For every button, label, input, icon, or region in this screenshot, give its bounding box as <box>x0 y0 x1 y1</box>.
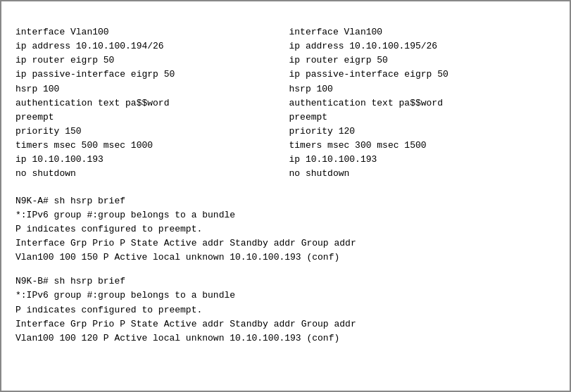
hsrp-a-line2: P indicates configured to preempt. <box>15 222 556 236</box>
main-window: N9K-A N9K-B interface Vlan100 ip address… <box>0 0 571 392</box>
hsrp-a-line1: *:IPv6 group #:group belongs to a bundle <box>15 208 556 222</box>
right-config-block: interface Vlan100 ip address 10.10.100.1… <box>289 25 556 182</box>
hsrp-b-section: N9K-B# sh hsrp brief *:IPv6 group #:grou… <box>15 274 556 346</box>
hsrp-a-section: N9K-A# sh hsrp brief *:IPv6 group #:grou… <box>15 194 556 265</box>
hsrp-b-line1: *:IPv6 group #:group belongs to a bundle <box>15 289 556 303</box>
hsrp-b-line2: P indicates configured to preempt. <box>15 303 556 317</box>
hsrp-b-row: Vlan100 100 120 P Active local unknown 1… <box>15 331 556 346</box>
hsrp-b-header: Interface Grp Prio P State Active addr S… <box>15 317 556 331</box>
left-config-block: interface Vlan100 ip address 10.10.100.1… <box>15 25 282 182</box>
hsrp-a-prompt: N9K-A# sh hsrp brief <box>15 194 556 208</box>
right-line-1: interface Vlan100 ip address 10.10.100.1… <box>289 27 448 179</box>
hsrp-b-prompt: N9K-B# sh hsrp brief <box>15 274 556 289</box>
left-line-1: interface Vlan100 ip address 10.10.100.1… <box>15 27 175 179</box>
hsrp-a-header: Interface Grp Prio P State Active addr S… <box>15 236 556 251</box>
hsrp-a-row: Vlan100 100 150 P Active local unknown 1… <box>15 251 556 265</box>
